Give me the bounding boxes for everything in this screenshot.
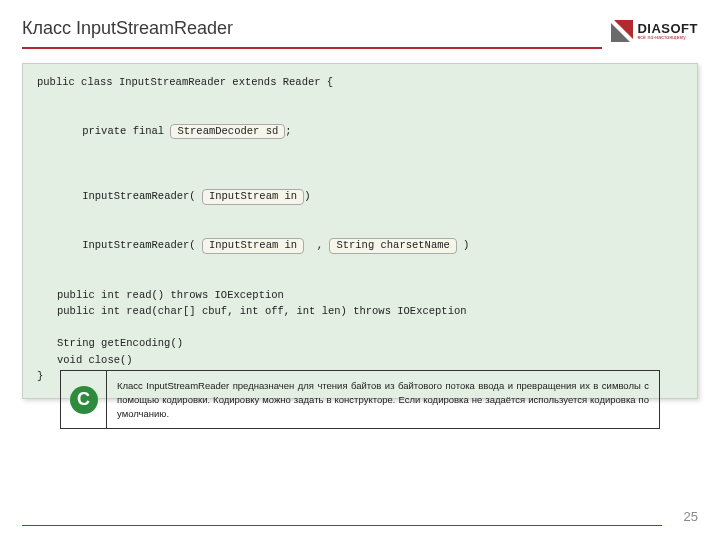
code-line: void close() [37,352,683,368]
code-text: private final [82,125,170,137]
code-blank [37,90,683,106]
code-pill: InputStream in [202,238,304,254]
code-line: InputStreamReader( InputStream in) [37,172,683,221]
code-pill: StreamDecoder sd [170,124,285,140]
code-text: InputStreamReader( [82,190,202,202]
logo-icon [609,18,635,44]
code-line: InputStreamReader( InputStream in , Stri… [37,221,683,270]
footer-divider [22,525,662,526]
page-number: 25 [684,509,698,524]
code-pill: String charsetName [329,238,456,254]
code-block: public class InputStreamReader extends R… [22,63,698,399]
logo-text-sub: всё по-настоящему [637,35,698,40]
code-line: public int read(char[] cbuf, int off, in… [37,303,683,319]
code-pill: InputStream in [202,189,304,205]
info-box: С Класс InputStreamReader предназначен д… [60,370,660,429]
code-blank [37,319,683,335]
code-line: public int read() throws IOException [37,287,683,303]
code-blank [37,270,683,286]
code-text: ; [285,125,291,137]
code-line: public class InputStreamReader extends R… [37,74,683,90]
code-text: InputStreamReader( [82,239,202,251]
code-text: , [304,239,329,251]
info-text: Класс InputStreamReader предназначен для… [107,371,659,428]
code-blank [37,156,683,172]
page-title: Класс InputStreamReader [22,18,602,49]
info-badge-icon: С [70,386,98,414]
code-text: ) [457,239,470,251]
code-text: ) [304,190,310,202]
code-line: private final StreamDecoder sd; [37,107,683,156]
info-badge-cell: С [61,371,107,428]
brand-logo: DIASOFT всё по-настоящему [609,18,698,44]
code-line: String getEncoding() [37,335,683,351]
